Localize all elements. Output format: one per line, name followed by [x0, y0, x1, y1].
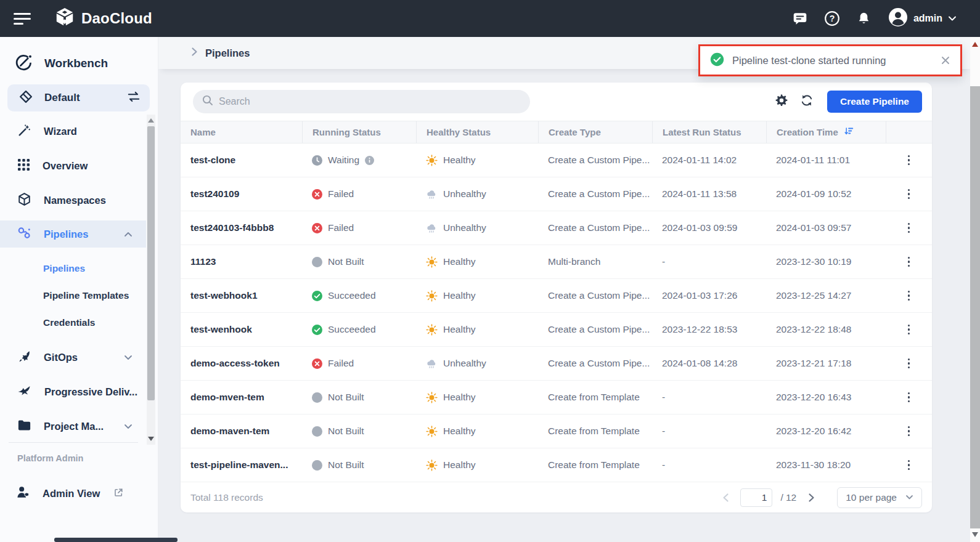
user-menu[interactable]: admin [888, 7, 957, 30]
table-row[interactable]: test-webhook1SucceededHealthyCreate a Cu… [181, 279, 932, 313]
scroll-down-icon[interactable] [972, 532, 978, 537]
page-number-input[interactable] [740, 488, 772, 507]
pipeline-name[interactable]: demo-maven-tem [181, 426, 302, 437]
column-header-healthy-status[interactable]: Healthy Status [416, 121, 538, 143]
pipeline-name[interactable]: test240103-f4bbb8 [181, 222, 302, 233]
table-row[interactable]: test240109FailedUnhealthyCreate a Custom… [181, 177, 932, 211]
running-status: Not Built [302, 392, 416, 403]
failed-icon [312, 189, 322, 200]
row-actions-menu[interactable] [903, 389, 915, 407]
help-icon[interactable]: ? [824, 10, 840, 26]
search-input[interactable] [219, 96, 502, 107]
pipeline-name[interactable]: demo-mven-tem [181, 392, 302, 403]
settings-gear-icon[interactable] [775, 94, 788, 110]
table-row[interactable]: test-pipeline-maven...Not BuiltHealthyCr… [181, 448, 932, 482]
row-actions-menu[interactable] [903, 355, 915, 373]
table-row[interactable]: 11123Not BuiltHealthyMulti-branch-2023-1… [181, 245, 932, 279]
pipeline-name[interactable]: test-pipeline-maven... [181, 459, 302, 471]
table-row[interactable]: test-wenhookSucceededHealthyCreate a Cus… [181, 313, 932, 347]
row-actions-menu[interactable] [903, 185, 915, 203]
scrollbar-thumb[interactable] [54, 538, 178, 542]
sidebar: Workbench Default Wizard Overview Namesp… [0, 37, 158, 542]
row-actions-menu[interactable] [903, 321, 915, 339]
workspace-selector[interactable]: Default [7, 84, 150, 111]
notbuilt-icon [312, 257, 322, 267]
healthy-icon [426, 155, 438, 166]
notifications-bell-icon[interactable] [856, 10, 872, 26]
breadcrumb-current[interactable]: Pipelines [205, 47, 250, 59]
search-box[interactable] [193, 90, 530, 113]
column-header-running-status[interactable]: Running Status [302, 121, 416, 143]
row-actions-menu[interactable] [903, 456, 915, 474]
switch-workspace-icon[interactable] [126, 90, 141, 106]
chevron-down-icon[interactable] [124, 352, 133, 363]
namespace-cube-icon [17, 192, 31, 209]
sidebar-item-namespaces[interactable]: Namespaces [0, 187, 146, 214]
scroll-down-icon[interactable] [148, 437, 154, 441]
column-header-name[interactable]: Name [181, 121, 302, 143]
table-body: test-cloneWaitingHealthyCreate a Custom … [181, 144, 932, 482]
unhealthy-icon [426, 358, 438, 370]
sidebar-item-pipelines[interactable]: Pipelines [0, 220, 146, 248]
row-actions-menu[interactable] [903, 152, 915, 169]
next-page-icon[interactable] [804, 491, 818, 504]
menu-toggle-icon[interactable] [14, 10, 31, 28]
row-actions-menu[interactable] [903, 253, 915, 271]
sidebar-scrollbar[interactable] [147, 115, 155, 445]
toast-close-icon[interactable] [941, 55, 950, 65]
healthy-status: Unhealthy [416, 222, 538, 234]
messages-icon[interactable] [792, 10, 808, 26]
pipeline-name[interactable]: demo-access-token [181, 358, 302, 369]
table-row[interactable]: test240103-f4bbb8FailedUnhealthyCreate a… [181, 211, 932, 245]
sidebar-item-gitops[interactable]: GitOps [0, 344, 146, 371]
table-row[interactable]: demo-access-tokenFailedUnhealthyCreate a… [181, 347, 932, 381]
row-actions-menu[interactable] [903, 423, 915, 440]
refresh-icon[interactable] [800, 94, 814, 110]
sidebar-subitem-pipelines[interactable]: Pipelines [0, 257, 146, 280]
healthy-status: Healthy [416, 256, 538, 268]
row-actions-menu[interactable] [903, 287, 915, 305]
chevron-down-icon[interactable] [124, 421, 133, 432]
sidebar-item-project-management[interactable]: Project Ma... [0, 413, 146, 440]
sidebar-subitem-pipeline-templates[interactable]: Pipeline Templates [0, 285, 146, 307]
create-pipeline-button[interactable]: Create Pipeline [827, 91, 922, 113]
table-row[interactable]: test-cloneWaitingHealthyCreate a Custom … [181, 144, 932, 177]
table-row[interactable]: demo-mven-temNot BuiltHealthyCreate from… [181, 381, 932, 415]
scrollbar-thumb[interactable] [970, 86, 980, 528]
sort-descending-icon[interactable] [844, 126, 854, 138]
column-header-creation-time[interactable]: Creation Time [766, 121, 886, 143]
column-header-create-type[interactable]: Create Type [538, 121, 652, 143]
external-link-icon [113, 487, 124, 500]
previous-page-icon[interactable] [719, 491, 732, 504]
breadcrumb-chevron-icon [191, 47, 198, 59]
per-page-select[interactable]: 10 per page [837, 487, 922, 508]
sidebar-subitem-credentials[interactable]: Credentials [0, 312, 146, 334]
sidebar-item-wizard[interactable]: Wizard [0, 118, 146, 145]
latest-run-status: - [652, 459, 766, 471]
brand-logo[interactable]: DaoCloud [54, 7, 152, 30]
failed-icon [312, 223, 322, 233]
brand-name: DaoCloud [81, 10, 152, 27]
sidebar-item-admin-view[interactable]: Admin View [0, 480, 146, 507]
sidebar-item-overview[interactable]: Overview [0, 152, 146, 179]
healthy-status: Healthy [416, 392, 538, 403]
pipeline-name[interactable]: test-webhook1 [181, 290, 302, 301]
sidebar-item-progressive-delivery[interactable]: Progressive Deliv... [0, 378, 146, 405]
scroll-up-icon[interactable] [972, 42, 978, 47]
create-type: Multi-branch [538, 256, 652, 267]
pipeline-name[interactable]: test-clone [181, 155, 302, 166]
info-icon[interactable] [365, 156, 374, 165]
scroll-up-icon[interactable] [148, 118, 154, 123]
pipeline-name[interactable]: test-wenhook [181, 324, 302, 335]
pipeline-name[interactable]: 11123 [181, 256, 302, 267]
table-row[interactable]: demo-maven-temNot BuiltHealthyCreate fro… [181, 415, 932, 448]
column-header-latest-run-status[interactable]: Latest Run Status [652, 121, 766, 143]
sidebar-item-label: Overview [43, 160, 88, 172]
chevron-up-icon[interactable] [124, 229, 133, 240]
window-horizontal-scrollbar[interactable] [0, 537, 970, 542]
row-actions-menu[interactable] [903, 219, 915, 237]
failed-icon [312, 358, 322, 369]
scrollbar-thumb[interactable] [147, 126, 155, 400]
pipeline-name[interactable]: test240109 [181, 188, 302, 200]
window-vertical-scrollbar[interactable] [970, 37, 980, 542]
